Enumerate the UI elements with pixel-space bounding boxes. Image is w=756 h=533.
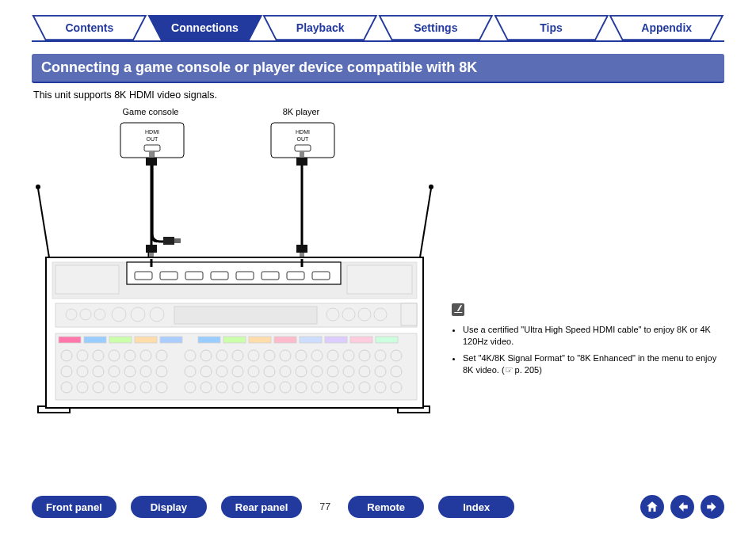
tab-settings-label: Settings <box>414 21 457 34</box>
svg-rect-3 <box>144 145 160 151</box>
svg-rect-18 <box>300 151 304 158</box>
index-button[interactable]: Index <box>438 496 514 518</box>
svg-point-46 <box>131 307 145 322</box>
svg-point-44 <box>94 309 105 320</box>
svg-rect-66 <box>376 337 398 343</box>
svg-rect-35 <box>236 272 254 280</box>
pointing-hand-icon: ☞ <box>505 364 514 376</box>
notes-column: Use a certified "Ultra High Speed HDMI c… <box>452 105 724 382</box>
tab-tips-label: Tips <box>540 21 563 34</box>
svg-text:OUT: OUT <box>147 136 159 142</box>
tab-tips[interactable]: Tips <box>494 14 609 41</box>
prev-page-button[interactable] <box>670 495 694 519</box>
front-panel-button[interactable]: Front panel <box>32 496 116 518</box>
tab-underline <box>32 40 724 42</box>
svg-text:HDMI: HDMI <box>296 129 310 135</box>
svg-rect-65 <box>350 337 372 343</box>
svg-rect-11 <box>174 238 181 243</box>
tab-appendix[interactable]: Appendix <box>609 14 724 41</box>
svg-rect-58 <box>160 337 182 343</box>
arrow-right-icon <box>705 500 720 514</box>
home-button[interactable] <box>640 495 664 519</box>
svg-rect-33 <box>185 272 203 280</box>
svg-rect-55 <box>84 337 106 343</box>
home-icon <box>645 500 659 514</box>
svg-point-52 <box>374 308 387 321</box>
svg-rect-64 <box>325 337 347 343</box>
8k-player-label: 8K player <box>283 107 320 116</box>
remote-button[interactable]: Remote <box>348 496 424 518</box>
intro-text: This unit supports 8K HDMI video signals… <box>33 89 723 101</box>
svg-rect-59 <box>198 337 220 343</box>
tab-playback-label: Playback <box>296 21 345 34</box>
svg-rect-61 <box>249 337 271 343</box>
top-tabs: Contents Connections Playback Settings T… <box>0 14 756 41</box>
svg-line-27 <box>420 188 431 257</box>
svg-rect-31 <box>135 272 152 280</box>
svg-rect-37 <box>287 272 304 280</box>
tab-connections[interactable]: Connections <box>147 14 263 41</box>
svg-rect-36 <box>262 272 279 280</box>
svg-rect-32 <box>160 272 178 280</box>
tab-connections-label: Connections <box>171 21 239 34</box>
svg-rect-60 <box>223 337 246 343</box>
bottom-bar: Front panel Display Rear panel 77 Remote… <box>0 495 756 519</box>
svg-point-26 <box>36 185 40 189</box>
svg-rect-48 <box>174 306 317 324</box>
tab-settings[interactable]: Settings <box>378 14 494 41</box>
svg-rect-7 <box>295 145 311 151</box>
svg-rect-20 <box>296 245 307 253</box>
page-content: Connecting a game console or player devi… <box>0 41 756 422</box>
svg-point-51 <box>358 308 371 321</box>
notes-list: Use a certified "Ultra High Speed HDMI c… <box>452 324 724 377</box>
svg-rect-19 <box>296 158 307 166</box>
note-item-2: Set "4K/8K Signal Format" to "8K Enhance… <box>463 352 724 377</box>
display-button[interactable]: Display <box>131 496 207 518</box>
svg-rect-14 <box>149 151 154 158</box>
svg-rect-10 <box>163 237 174 245</box>
page-title: Connecting a game console or player devi… <box>32 54 724 83</box>
svg-rect-15 <box>146 158 157 166</box>
svg-rect-34 <box>211 272 228 280</box>
note-item-1: Use a certified "Ultra High Speed HDMI c… <box>463 324 724 348</box>
game-console-label: Game console <box>123 107 179 116</box>
svg-rect-39 <box>55 265 119 294</box>
next-page-button[interactable] <box>701 495 724 519</box>
svg-rect-30 <box>127 262 341 284</box>
svg-rect-62 <box>274 337 296 343</box>
page-reference-link[interactable]: ☞ p. 205 <box>505 364 540 376</box>
svg-point-28 <box>429 185 433 189</box>
nav-icons <box>640 495 724 519</box>
svg-point-42 <box>66 309 77 320</box>
arrow-left-icon <box>675 500 689 514</box>
svg-rect-40 <box>347 265 412 294</box>
svg-text:HDMI: HDMI <box>145 129 159 135</box>
page-number: 77 <box>319 501 330 512</box>
tab-contents[interactable]: Contents <box>32 14 147 41</box>
svg-point-45 <box>112 307 126 322</box>
connection-diagram: Game console HDMI OUT 8K player HDMI OUT <box>32 105 436 422</box>
rear-panel-button[interactable]: Rear panel <box>221 496 302 518</box>
svg-rect-16 <box>146 245 157 253</box>
tab-appendix-label: Appendix <box>641 21 692 34</box>
svg-rect-38 <box>312 272 330 280</box>
svg-rect-54 <box>59 337 81 343</box>
svg-line-25 <box>38 188 49 257</box>
svg-rect-57 <box>135 337 157 343</box>
note-icon <box>452 303 464 316</box>
svg-point-47 <box>150 307 164 322</box>
tab-playback[interactable]: Playback <box>262 14 378 41</box>
svg-rect-63 <box>300 337 322 343</box>
svg-point-43 <box>80 309 91 320</box>
svg-text:OUT: OUT <box>297 136 310 142</box>
svg-point-49 <box>326 308 339 321</box>
svg-rect-130 <box>401 303 417 326</box>
receiver-rear-panel <box>36 185 433 413</box>
svg-point-50 <box>342 308 355 321</box>
svg-rect-56 <box>109 337 132 343</box>
tab-contents-label: Contents <box>66 21 114 34</box>
